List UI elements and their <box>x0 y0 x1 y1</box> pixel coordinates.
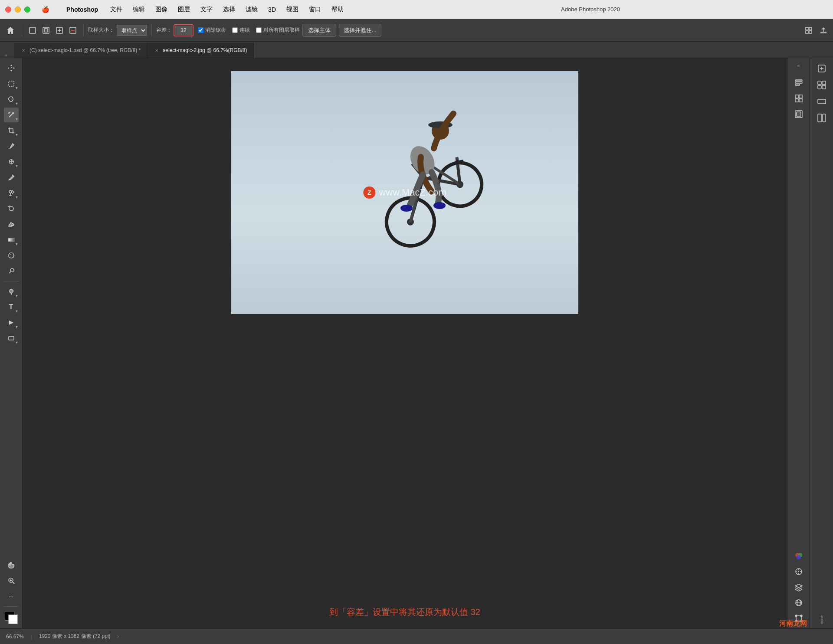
tool-option-2[interactable] <box>40 24 52 36</box>
frp-tool-3[interactable] <box>814 94 830 109</box>
eraser-tool[interactable] <box>4 217 19 232</box>
menu-3d[interactable]: 3D <box>264 4 280 15</box>
anti-alias-input[interactable] <box>198 27 203 33</box>
tool-option-4[interactable] <box>67 24 79 36</box>
hand-tool[interactable] <box>4 558 19 572</box>
magic-wand-tool[interactable]: ▾ <box>4 108 19 122</box>
sample-all-label: 对所有图层取样 <box>263 26 300 34</box>
anti-alias-label: 消除锯齿 <box>205 26 226 34</box>
foreground-color[interactable] <box>5 611 18 624</box>
history-tool[interactable] <box>4 201 19 216</box>
maximize-button[interactable] <box>24 7 30 13</box>
canvas-image[interactable]: Z www.MacZ.com <box>231 71 578 314</box>
left-toolbar: ▾ ▾ ▾ ▾ <box>0 58 23 628</box>
contiguous-input[interactable] <box>232 27 238 33</box>
frp-tool-2[interactable] <box>814 77 830 93</box>
menu-help[interactable]: 帮助 <box>327 4 348 15</box>
svg-rect-77 <box>823 114 826 122</box>
frp-tool-4[interactable] <box>814 110 830 126</box>
anti-alias-checkbox[interactable]: 消除锯齿 <box>198 26 226 34</box>
type-tool[interactable]: T ▾ <box>4 300 19 314</box>
healing-tool[interactable]: ▾ <box>4 154 19 169</box>
marquee-tool[interactable]: ▾ <box>4 76 19 91</box>
contiguous-checkbox[interactable]: 连续 <box>232 26 250 34</box>
tab-1-close[interactable]: ✕ <box>20 47 27 54</box>
traffic-lights <box>0 7 37 13</box>
status-bar: 66.67% | 1920 像素 x 1362 像素 (72 ppi) › <box>0 628 833 644</box>
more-tools[interactable]: ··· <box>4 589 19 604</box>
clone-stamp-tool[interactable]: ▾ <box>4 186 19 200</box>
arrange-button[interactable] <box>803 24 815 36</box>
gradient-tool[interactable]: ▾ <box>4 232 19 247</box>
svg-point-67 <box>800 615 802 617</box>
svg-rect-52 <box>795 95 798 98</box>
minimize-button[interactable] <box>15 7 21 13</box>
divider-2 <box>4 606 19 607</box>
eyedropper-tool[interactable] <box>4 139 19 154</box>
tab-2-close[interactable]: ✕ <box>153 47 160 54</box>
toolbar-divider-3 <box>151 24 152 36</box>
pen-tool[interactable]: ▾ <box>4 284 19 299</box>
share-button[interactable] <box>817 24 830 36</box>
menu-layer[interactable]: 图层 <box>174 4 194 15</box>
tool-options-group <box>26 24 79 36</box>
menu-edit[interactable]: 编辑 <box>128 4 149 15</box>
tool-option-3[interactable] <box>53 24 66 36</box>
canvas-panel-icon[interactable] <box>791 107 806 121</box>
lasso-tool[interactable]: ▾ <box>4 92 19 107</box>
move-tool[interactable] <box>4 61 19 75</box>
svg-rect-8 <box>809 31 812 33</box>
layers-panel-icon[interactable] <box>791 580 806 595</box>
svg-rect-49 <box>795 80 802 81</box>
menu-file[interactable]: 文件 <box>106 4 127 15</box>
sample-all-checkbox[interactable]: 对所有图层取样 <box>256 26 300 34</box>
menu-text[interactable]: 文字 <box>196 4 217 15</box>
blur-tool[interactable] <box>4 248 19 263</box>
menu-window[interactable]: 窗口 <box>305 4 325 15</box>
select-subject-button[interactable]: 选择主体 <box>302 24 336 37</box>
path-select-tool[interactable]: ▾ <box>4 315 19 330</box>
svg-rect-76 <box>818 114 822 122</box>
svg-point-11 <box>12 113 13 114</box>
close-button[interactable] <box>5 7 11 13</box>
zoom-tool[interactable] <box>4 573 19 588</box>
svg-rect-74 <box>822 85 826 89</box>
grid-panel-icon[interactable] <box>791 91 806 106</box>
menu-image[interactable]: 图像 <box>151 4 172 15</box>
svg-rect-73 <box>818 85 821 89</box>
dimensions-info: 1920 像素 x 1362 像素 (72 ppi) <box>39 633 111 640</box>
properties-panel-icon[interactable] <box>791 75 806 90</box>
tab-2-label: select-magic-2.jpg @ 66.7%(RGB/8) <box>163 47 247 53</box>
menu-view[interactable]: 视图 <box>282 4 303 15</box>
tab-1[interactable]: ✕ (C) select-magic-1.psd @ 66.7% (tree, … <box>14 43 147 58</box>
svg-rect-71 <box>818 81 821 85</box>
app-name[interactable]: Photoshop <box>62 4 102 15</box>
svg-point-47 <box>400 205 413 212</box>
checkbox-group: 消除锯齿 连续 对所有图层取样 <box>198 26 300 34</box>
shape-tool[interactable]: ▾ <box>4 331 19 346</box>
tabs-collapse[interactable]: « <box>0 52 12 58</box>
tool-option-1[interactable] <box>26 24 39 36</box>
channels-panel-icon[interactable] <box>791 595 806 610</box>
status-arrow[interactable]: › <box>118 634 119 639</box>
brush-tool[interactable] <box>4 170 19 185</box>
menu-filter[interactable]: 滤镜 <box>241 4 262 15</box>
frp-tool-1[interactable] <box>814 61 830 76</box>
tolerance-input[interactable]: 32 <box>175 26 192 35</box>
tab-2[interactable]: ✕ select-magic-2.jpg @ 66.7%(RGB/8) <box>147 43 253 58</box>
sample-all-input[interactable] <box>256 27 262 33</box>
crop-tool[interactable]: ▾ <box>4 123 19 138</box>
dodge-tool[interactable] <box>4 264 19 278</box>
svg-rect-21 <box>8 238 14 242</box>
sample-size-select[interactable]: 取样点 <box>117 25 147 36</box>
select-refine-button[interactable]: 选择并遮住... <box>339 24 381 37</box>
svg-line-27 <box>13 582 14 584</box>
home-button[interactable] <box>3 23 17 37</box>
adjustments-icon[interactable] <box>791 564 806 579</box>
color-panel-icon[interactable] <box>791 549 806 563</box>
svg-rect-72 <box>822 81 826 85</box>
panel-collapse-button[interactable]: « <box>794 61 803 70</box>
svg-point-66 <box>795 615 797 617</box>
apple-menu[interactable]: 🍎 <box>37 4 53 15</box>
menu-select[interactable]: 选择 <box>219 4 239 15</box>
